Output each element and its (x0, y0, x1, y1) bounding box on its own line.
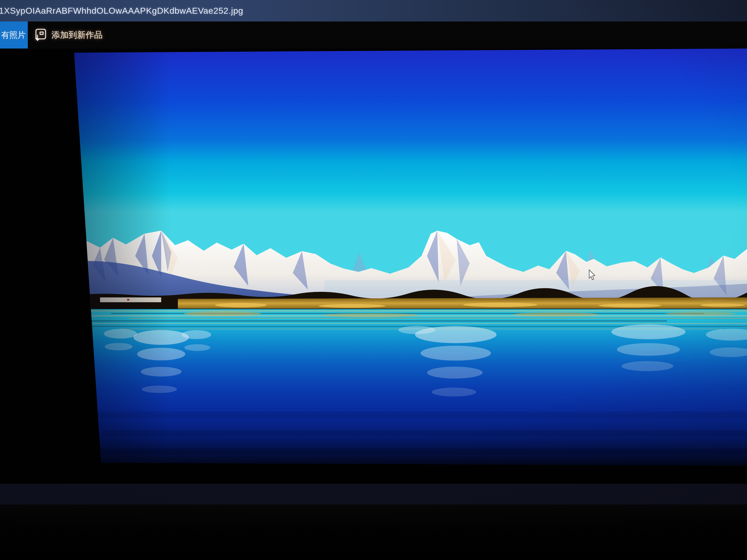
landscape-photo (74, 49, 747, 466)
all-photos-button[interactable]: 有照片 (0, 22, 28, 49)
laptop-bezel: DELL 51nb.com (0, 504, 747, 560)
window-title-filename: 1XSypOIAaRrABFWhhdOLOwAAAPKgDKdbwAEVae25… (0, 0, 243, 22)
photos-app-toolbar: 有照片 添加到新作品 (0, 22, 747, 49)
photo-canvas[interactable] (74, 49, 747, 466)
add-to-creation-button[interactable]: 添加到新作品 (34, 22, 103, 49)
photo-viewer-background (0, 49, 747, 484)
all-photos-label: 有照片 (0, 30, 26, 41)
window-titlebar: 1XSypOIAaRrABFWhhdOLOwAAAPKgDKdbwAEVae25… (0, 0, 747, 22)
add-to-creation-icon (34, 28, 47, 42)
add-to-creation-label: 添加到新作品 (52, 29, 103, 41)
windows-taskbar: 46℃ CPU温度 (0, 484, 747, 504)
